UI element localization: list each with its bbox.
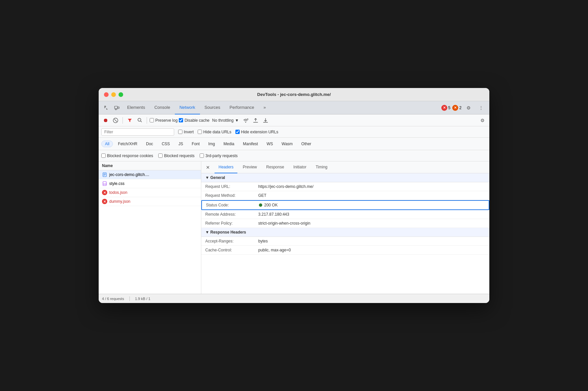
search-button[interactable]: [135, 116, 144, 125]
status-size: 1.9 kB / 1: [135, 297, 150, 301]
tab-preview[interactable]: Preview: [239, 161, 261, 173]
hide-data-filter[interactable]: Hide data URLs: [198, 130, 231, 134]
record-button[interactable]: ⏺: [101, 116, 110, 125]
header-row-url: Request URL: https://jec-cors-demo.glitc…: [201, 182, 489, 191]
blocked-bar: Blocked response cookies Blocked request…: [99, 150, 489, 161]
filter-button[interactable]: [125, 116, 134, 125]
svg-rect-2: [104, 108, 105, 108]
disable-cache-checkbox[interactable]: [179, 118, 183, 122]
cursor-icon-btn[interactable]: [101, 103, 111, 113]
type-btn-media[interactable]: Media: [220, 141, 238, 147]
invert-checkbox[interactable]: [178, 130, 182, 134]
general-section-header: ▼ General: [201, 173, 489, 182]
close-panel-button[interactable]: ✕: [204, 163, 212, 171]
svg-rect-0: [104, 106, 106, 107]
tab-headers[interactable]: Headers: [215, 161, 237, 173]
svg-text:css: css: [103, 183, 107, 185]
type-btn-all[interactable]: All: [101, 141, 113, 147]
tab-bar-right: ✕ 5 ✕ 2 ⚙ ⋮: [441, 103, 487, 113]
settings-btn[interactable]: ⚙: [464, 103, 473, 113]
window-title: DevTools - jec-cors-demo.glitch.me/: [257, 92, 331, 97]
css-icon: css: [102, 181, 107, 186]
close-button[interactable]: [104, 92, 109, 97]
type-btn-ws[interactable]: WS: [263, 141, 276, 147]
tab-timing[interactable]: Timing: [312, 161, 331, 173]
request-item[interactable]: ✕ todos.json: [99, 188, 201, 197]
header-value: GET: [258, 193, 485, 198]
request-item[interactable]: css style.css: [99, 179, 201, 188]
type-btn-other[interactable]: Other: [298, 141, 315, 147]
error-badge-red: ✕ 5: [441, 105, 451, 111]
header-row-cache-control: Cache-Control: public, max-age=0: [201, 246, 489, 255]
hide-ext-checkbox[interactable]: [235, 130, 240, 134]
preserve-log-group[interactable]: Preserve log: [150, 118, 177, 123]
tab-sources[interactable]: Sources: [200, 101, 225, 114]
error-icon: ✕: [102, 190, 107, 195]
tab-console[interactable]: Console: [150, 101, 175, 114]
header-label: Status Code:: [206, 203, 259, 207]
type-btn-wasm[interactable]: Wasm: [278, 141, 297, 147]
error-icon-orange: ✕: [452, 105, 458, 111]
download-icon[interactable]: [261, 116, 270, 125]
blocked-cookies-filter[interactable]: Blocked response cookies: [101, 153, 153, 158]
device-icon-btn[interactable]: [112, 103, 122, 113]
header-value: bytes: [258, 239, 485, 243]
headers-panel: ✕ Headers Preview Response Initiator Tim…: [201, 161, 489, 294]
status-requests: 4 / 6 requests: [102, 297, 124, 301]
network-settings-icon[interactable]: ⚙: [478, 116, 487, 125]
tab-elements[interactable]: Elements: [122, 101, 150, 114]
preserve-log-checkbox[interactable]: [150, 118, 154, 122]
blocked-cookies-checkbox[interactable]: [101, 153, 106, 158]
filter-bar: Invert Hide data URLs Hide extension URL…: [99, 126, 489, 138]
blocked-requests-checkbox[interactable]: [158, 153, 163, 158]
upload-icon[interactable]: [251, 116, 260, 125]
tab-performance[interactable]: Performance: [225, 101, 259, 114]
preserve-log-label: Preserve log: [155, 118, 177, 123]
devtools-tab-bar: Elements Console Network Sources Perform…: [99, 101, 489, 114]
minimize-button[interactable]: [111, 92, 116, 97]
type-btn-fetch[interactable]: Fetch/XHR: [114, 141, 141, 147]
throttle-select[interactable]: No throttling ▼: [211, 117, 240, 123]
request-item-name: dummy.json: [109, 199, 198, 204]
type-btn-font[interactable]: Font: [188, 141, 203, 147]
tab-network[interactable]: Network: [175, 101, 200, 114]
hide-ext-filter[interactable]: Hide extension URLs: [235, 130, 278, 134]
tab-more[interactable]: »: [259, 101, 270, 114]
header-label: Accept-Ranges:: [205, 239, 258, 243]
type-btn-manifest[interactable]: Manifest: [239, 141, 262, 147]
filter-checkboxes: Invert Hide data URLs Hide extension URL…: [178, 130, 278, 134]
tab-response[interactable]: Response: [262, 161, 288, 173]
request-item[interactable]: jec-cors-demo.glitch....: [99, 170, 201, 179]
wifi-icon[interactable]: [241, 116, 250, 125]
request-list-header: Name: [99, 161, 201, 170]
request-list: jec-cors-demo.glitch.... css style.css ✕: [99, 170, 201, 294]
request-item-name: style.css: [109, 181, 198, 186]
more-menu-btn[interactable]: ⋮: [476, 103, 486, 113]
clear-button[interactable]: [111, 116, 120, 125]
error-icon-red: ✕: [441, 105, 447, 111]
network-toolbar: ⏺ Preserve log Disable cache: [99, 114, 489, 126]
type-btn-doc[interactable]: Doc: [142, 141, 157, 147]
svg-rect-1: [104, 107, 106, 107]
error-icon: ✕: [102, 199, 107, 204]
status-dot: [259, 203, 262, 207]
traffic-lights: [104, 92, 123, 97]
headers-tabs: ✕ Headers Preview Response Initiator Tim…: [201, 161, 489, 173]
header-value: 200 OK: [259, 203, 485, 207]
third-party-checkbox[interactable]: [200, 153, 204, 158]
third-party-filter[interactable]: 3rd-party requests: [200, 153, 237, 158]
header-row-referrer: Referrer Policy: strict-origin-when-cros…: [201, 219, 489, 228]
type-btn-js[interactable]: JS: [175, 141, 187, 147]
hide-data-checkbox[interactable]: [198, 130, 202, 134]
blocked-requests-filter[interactable]: Blocked requests: [158, 153, 194, 158]
devtools-window: DevTools - jec-cors-demo.glitch.me/ Elem…: [99, 88, 489, 303]
maximize-button[interactable]: [119, 92, 123, 97]
type-btn-img[interactable]: Img: [205, 141, 219, 147]
chevron-down-icon: ▼: [235, 118, 239, 123]
request-item[interactable]: ✕ dummy.json: [99, 197, 201, 206]
tab-initiator[interactable]: Initiator: [289, 161, 310, 173]
filter-input[interactable]: [101, 128, 174, 136]
type-btn-css[interactable]: CSS: [158, 141, 173, 147]
invert-filter[interactable]: Invert: [178, 130, 194, 134]
disable-cache-group[interactable]: Disable cache: [179, 118, 209, 123]
